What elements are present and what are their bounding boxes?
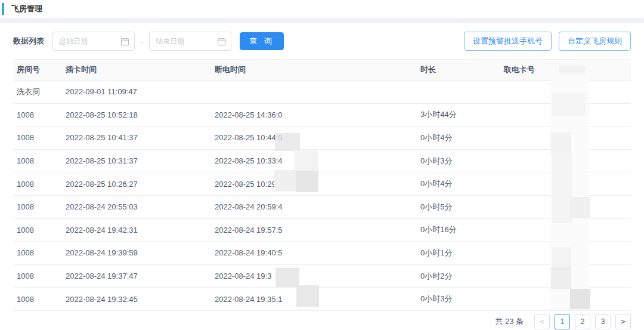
cell-duration: 0小时16分 <box>417 224 500 235</box>
cell-duration: 0小时4分 <box>417 178 500 189</box>
pagination-page-3[interactable]: 3 <box>595 314 611 329</box>
custom-fly-room-rules-button[interactable]: 自定义飞房规则 <box>559 32 631 51</box>
data-list-label: 数据列表 <box>13 36 44 47</box>
table-row: 洗衣间 2022-09-01 11:09:47 <box>13 81 631 104</box>
cell-power-off-time: 2022-08-25 10:44:5 <box>211 133 417 142</box>
table-row: 1008 2022-08-24 20:55:03 2022-08-24 20:5… <box>13 196 631 219</box>
cell-insert-time: 2022-08-25 10:41:37 <box>62 133 211 142</box>
cell-power-off-time: 2022-08-25 10:29:4 <box>211 180 417 189</box>
column-header-card-no: 取电卡号 <box>500 64 557 75</box>
cell-insert-time: 2022-08-24 19:32:45 <box>62 295 211 304</box>
cell-power-off-time: 2022-08-24 19:57:5 <box>211 226 417 235</box>
toolbar: 数据列表 起始日期 - 结束日期 查 询 设置预警推送手机号 自定义飞房规则 <box>13 32 631 51</box>
cell-room: 1008 <box>13 295 62 304</box>
data-table: 房间号 插卡时间 断电时间 时长 取电卡号 洗衣间 2022-09-01 11:… <box>13 59 631 311</box>
start-date-placeholder: 起始日期 <box>59 36 88 47</box>
cell-room: 1008 <box>13 202 62 211</box>
pagination-page-1[interactable]: 1 <box>555 314 570 329</box>
date-range-separator: - <box>141 37 143 46</box>
table-row: 1008 2022-08-24 19:32:45 2022-08-24 19:3… <box>13 288 631 311</box>
cell-power-off-time: 2022-08-25 10:33:4 <box>211 156 417 165</box>
cell-power-off-time: 2022-08-24 19:40:5 <box>211 248 417 257</box>
table-row: 1008 2022-08-25 10:41:37 2022-08-25 10:4… <box>13 127 631 150</box>
pagination-next-button[interactable]: > <box>615 314 631 329</box>
start-date-input[interactable]: 起始日期 <box>52 32 135 51</box>
cell-room: 1008 <box>13 248 62 257</box>
pagination-page-2[interactable]: 2 <box>575 314 590 329</box>
cell-room: 1008 <box>13 226 62 235</box>
cell-room: 1008 <box>13 110 62 119</box>
end-date-input[interactable]: 结束日期 <box>149 32 231 51</box>
table-header-row: 房间号 插卡时间 断电时间 时长 取电卡号 <box>13 59 631 81</box>
cell-power-off-time: 2022-08-25 14:36:0 <box>211 110 417 119</box>
end-date-placeholder: 结束日期 <box>156 36 184 47</box>
pagination-prev-button[interactable]: < <box>534 314 550 329</box>
cell-duration: 0小时1分 <box>417 248 500 258</box>
table-body: 洗衣间 2022-09-01 11:09:47 1008 2022-08-25 … <box>13 81 631 311</box>
cell-power-off-time: 2022-08-24 19:35:1 <box>211 295 417 304</box>
column-header-duration: 时长 <box>417 64 500 75</box>
cell-power-off-time: 2022-08-24 20:59:4 <box>211 202 417 211</box>
title-bar: 飞房管理 <box>0 0 644 18</box>
title-accent-bar <box>2 3 4 15</box>
pagination-total: 共 23 条 <box>495 316 524 327</box>
page-title: 飞房管理 <box>11 4 42 14</box>
pagination: 共 23 条 < 1 2 3 > <box>13 314 631 329</box>
cell-duration: 0小时2分 <box>417 271 500 282</box>
column-header-power-off-time: 断电时间 <box>211 64 417 75</box>
cell-duration: 0小时5分 <box>417 202 500 212</box>
table-row: 1008 2022-08-25 10:52:18 2022-08-25 14:3… <box>13 104 631 127</box>
cell-insert-time: 2022-08-24 19:37:47 <box>62 272 211 280</box>
set-alert-phone-button[interactable]: 设置预警推送手机号 <box>464 32 552 51</box>
cell-room: 1008 <box>13 156 62 165</box>
cell-insert-time: 2022-08-25 10:31:37 <box>62 156 211 165</box>
calendar-icon <box>120 37 129 48</box>
cell-insert-time: 2022-08-25 10:52:18 <box>62 110 211 119</box>
table-row: 1008 2022-08-24 19:42:31 2022-08-24 19:5… <box>13 219 631 242</box>
table-row: 1008 2022-08-24 19:39:59 2022-08-24 19:4… <box>13 242 631 265</box>
chevron-right-icon: > <box>621 317 625 326</box>
column-header-insert-time: 插卡时间 <box>62 64 211 75</box>
cell-power-off-time: 2022-08-24 19:3 <box>211 272 417 280</box>
calendar-icon <box>217 37 226 48</box>
section-divider <box>0 18 644 23</box>
cell-room: 1008 <box>13 180 62 189</box>
cell-insert-time: 2022-08-24 19:42:31 <box>62 226 211 235</box>
table-row: 1008 2022-08-24 19:37:47 2022-08-24 19:3… <box>13 265 631 288</box>
cell-duration: 0小时4分 <box>417 132 500 143</box>
cell-insert-time: 2022-08-24 19:39:59 <box>62 248 211 257</box>
query-button[interactable]: 查 询 <box>240 32 284 50</box>
column-header-room: 房间号 <box>13 64 62 75</box>
cell-duration: 0小时3分 <box>417 156 500 166</box>
cell-duration: 0小时3分 <box>417 294 500 304</box>
cell-insert-time: 2022-09-01 11:09:47 <box>62 87 211 96</box>
table-row: 1008 2022-08-25 10:26:27 2022-08-25 10:2… <box>13 172 631 196</box>
cell-insert-time: 2022-08-25 10:26:27 <box>62 180 211 189</box>
chevron-left-icon: < <box>540 317 544 326</box>
cell-duration: 3小时44分 <box>417 109 500 120</box>
cell-room: 洗衣间 <box>13 87 62 97</box>
cell-room: 1008 <box>13 272 62 280</box>
cell-insert-time: 2022-08-24 20:55:03 <box>62 202 211 211</box>
cell-room: 1008 <box>13 133 62 142</box>
table-row: 1008 2022-08-25 10:31:37 2022-08-25 10:3… <box>13 150 631 173</box>
